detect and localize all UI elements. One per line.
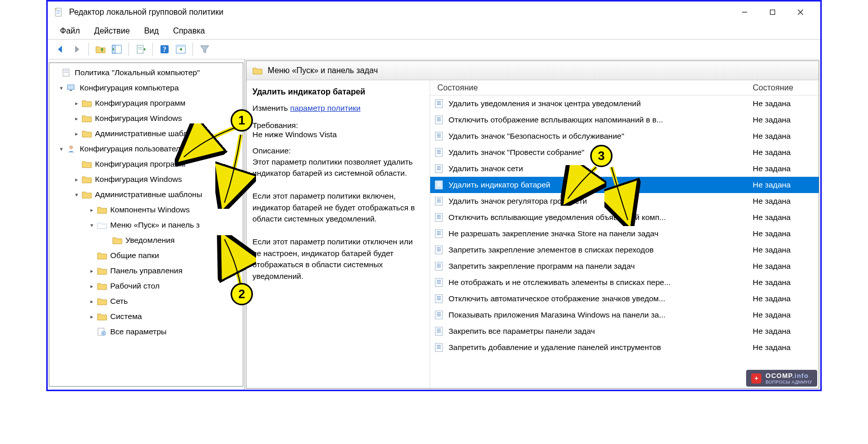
policy-state: Не задана — [753, 99, 819, 108]
svg-rect-63 — [437, 247, 441, 248]
expand-icon[interactable]: ▾ — [57, 145, 66, 153]
svg-rect-80 — [437, 314, 441, 315]
tree-item[interactable]: ▸Система — [50, 309, 242, 324]
policy-name: Не отображать и не отслеживать элементы … — [448, 278, 753, 287]
policy-state: Не задана — [753, 132, 819, 141]
filter-button[interactable] — [197, 42, 212, 57]
computer-icon — [67, 83, 77, 92]
tree-computer-config[interactable]: ▾Конфигурация компьютера — [50, 80, 242, 96]
expand-icon[interactable]: ▸ — [88, 282, 96, 290]
expand-icon[interactable]: ▾ — [57, 84, 66, 92]
folder-icon — [82, 129, 92, 138]
policy-list-row[interactable]: Не разрешать закрепление значка Store на… — [430, 226, 819, 242]
menu-action[interactable]: Действие — [87, 24, 137, 38]
policy-name: Запретить закрепление программ на панели… — [448, 262, 753, 271]
tree-item[interactable]: ▸Рабочий стол — [50, 278, 242, 294]
policy-list[interactable]: Состояние Состояние Удалить уведомления … — [430, 80, 819, 388]
tree-item-all-params[interactable]: Все параметры — [50, 324, 242, 339]
svg-rect-79 — [437, 312, 441, 313]
tree-root[interactable]: Политика "Локальный компьютер" — [50, 65, 242, 80]
policy-list-row[interactable]: Удалить уведомления и значок центра увед… — [430, 96, 819, 112]
description-label: Описание: — [252, 146, 424, 155]
policy-list-row[interactable]: Показывать приложения Магазина Windows н… — [430, 307, 819, 323]
expand-icon[interactable]: ▾ — [88, 221, 96, 229]
policy-list-row[interactable]: Запретить закрепление элементов в списка… — [430, 242, 819, 258]
svg-rect-84 — [437, 330, 441, 331]
column-state-header-2[interactable]: Состояние — [753, 83, 819, 92]
description-text: Этот параметр политики позволяет удалить… — [252, 156, 424, 282]
svg-rect-1 — [56, 10, 60, 11]
policy-list-row[interactable]: Удалить значок "Безопасность и обслужива… — [430, 128, 819, 144]
breadcrumb-label: Меню «Пуск» и панель задач — [268, 66, 378, 75]
properties-button[interactable] — [173, 42, 188, 57]
window-title: Редактор локальной групповой политики — [69, 8, 223, 17]
policy-list-row[interactable]: Отключить отображение всплывающих напоми… — [430, 112, 819, 128]
forward-button[interactable] — [69, 42, 84, 57]
tree-item[interactable]: Уведомления — [50, 233, 242, 248]
svg-rect-27 — [437, 101, 441, 102]
watermark-logo: + OCOMP.info ВОПРОСЫ АДМИНУ — [746, 370, 817, 387]
tree-item[interactable]: ▾Административные шаблоны — [50, 187, 242, 202]
tree-item[interactable]: ▸Компоненты Windows — [50, 202, 242, 217]
close-button[interactable] — [786, 3, 814, 22]
menu-file[interactable]: Файл — [53, 24, 87, 38]
policy-list-row[interactable]: Не отображать и не отслеживать элементы … — [430, 274, 819, 291]
show-hide-tree-button[interactable] — [109, 42, 124, 57]
expand-icon[interactable]: ▸ — [73, 130, 81, 138]
list-header[interactable]: Состояние Состояние — [430, 80, 819, 96]
expand-icon[interactable]: ▸ — [88, 267, 96, 275]
svg-rect-54 — [435, 213, 442, 221]
expand-icon[interactable]: ▸ — [88, 312, 96, 321]
minimize-button[interactable] — [730, 3, 758, 22]
svg-rect-76 — [437, 298, 441, 299]
tree-item[interactable]: ▸Сеть — [50, 294, 242, 309]
tree-item[interactable]: ▸Конфигурация программ — [50, 96, 242, 111]
tree-view[interactable]: Политика "Локальный компьютер" ▾Конфигур… — [49, 62, 243, 387]
export-list-button[interactable] — [133, 42, 148, 57]
tree-item[interactable]: Общие папки — [50, 248, 242, 263]
setting-item-icon — [434, 180, 444, 190]
setting-item-icon — [434, 342, 444, 353]
svg-rect-49 — [437, 185, 441, 186]
folder-up-button[interactable] — [93, 42, 108, 57]
folder-icon — [97, 297, 107, 306]
policy-list-row[interactable]: Отключить автоматическое отображение зна… — [430, 291, 819, 307]
svg-rect-33 — [437, 120, 441, 121]
menu-help[interactable]: Справка — [166, 24, 212, 38]
edit-policy-link[interactable]: параметр политики — [290, 104, 361, 112]
tree-item-startmenu[interactable]: ▾Меню «Пуск» и панель з — [50, 217, 242, 233]
expand-icon[interactable]: ▸ — [73, 114, 81, 122]
svg-rect-75 — [437, 296, 441, 297]
folder-icon — [97, 251, 107, 260]
svg-rect-74 — [435, 295, 442, 303]
expand-icon[interactable]: ▾ — [73, 191, 81, 199]
policy-state: Не задана — [753, 229, 819, 238]
back-button[interactable] — [53, 42, 68, 57]
setting-item-icon — [434, 99, 444, 109]
menu-view[interactable]: Вид — [137, 24, 166, 38]
svg-rect-28 — [437, 103, 441, 104]
policy-state: Не задана — [753, 327, 819, 336]
help-button[interactable]: ? — [157, 42, 172, 57]
expand-icon[interactable]: ▸ — [73, 175, 81, 183]
policy-icon — [61, 68, 72, 77]
expand-icon[interactable]: ▸ — [88, 206, 96, 214]
svg-point-25 — [103, 333, 105, 334]
svg-rect-86 — [435, 343, 442, 352]
column-state-header[interactable]: Состояние — [430, 83, 753, 92]
policy-list-row[interactable]: Закрепить все параметры панели задачНе з… — [430, 323, 819, 339]
breadcrumb: Меню «Пуск» и панель задач — [246, 61, 819, 80]
policy-list-row[interactable]: Удалить значок "Провести собрание"Не зад… — [430, 144, 819, 161]
expand-icon[interactable]: ▸ — [73, 99, 81, 107]
tree-item[interactable]: ▸Конфигурация Windows — [50, 172, 242, 187]
requirements-label: Требования: — [252, 121, 424, 130]
tree-item[interactable]: ▸Панель управления — [50, 263, 242, 278]
window-controls — [730, 3, 814, 22]
policy-state: Не задана — [753, 278, 819, 287]
policy-list-row[interactable]: Запретить закрепление программ на панели… — [430, 258, 819, 274]
maximize-button[interactable] — [758, 3, 786, 22]
svg-rect-77 — [437, 299, 441, 300]
expand-icon[interactable]: ▸ — [88, 297, 96, 305]
policy-list-row[interactable]: Запретить добавление и удаление панелей … — [430, 339, 819, 356]
setting-item-icon — [434, 147, 444, 157]
